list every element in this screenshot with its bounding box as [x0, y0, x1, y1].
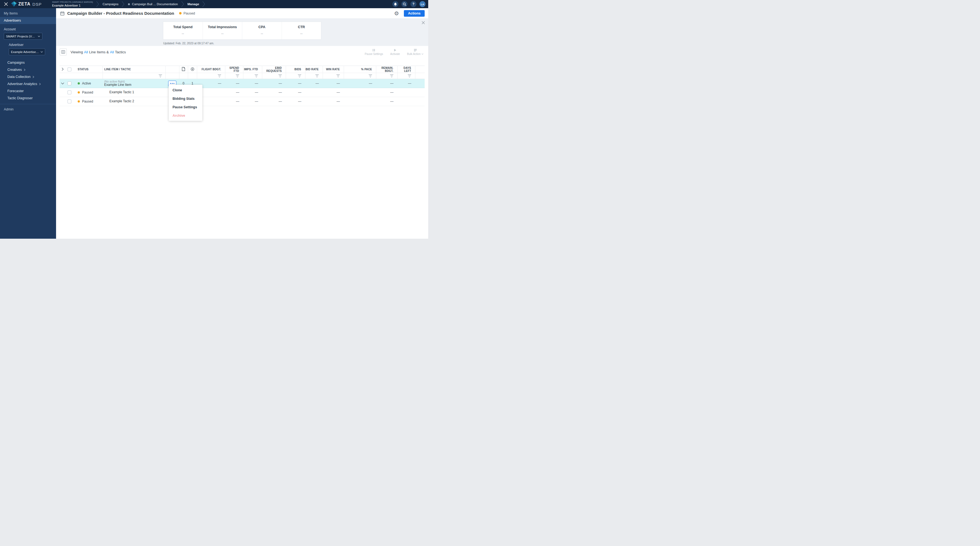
sidebar-item-data-collection[interactable]: Data Collection	[0, 73, 56, 80]
filter-days-left[interactable]	[397, 73, 415, 79]
cell-bid-rate: —	[305, 79, 323, 88]
account-select[interactable]: SMART Projects (Variable M...	[4, 33, 42, 40]
paused-status-dot-icon	[78, 91, 80, 94]
breadcrumb-manage[interactable]: Manage	[184, 2, 203, 6]
table-row-line-item[interactable]: Active (No active flight) Example Line I…	[60, 79, 425, 88]
collapse-row-button[interactable]	[61, 82, 64, 84]
sidebar-item-admin[interactable]: Admin	[0, 106, 56, 113]
help-button[interactable]: ?	[410, 1, 417, 7]
cell-bids: —	[286, 88, 305, 97]
filter-icon	[390, 74, 393, 77]
sidebar-item-creatives[interactable]: Creatives	[0, 66, 56, 73]
notifications-button[interactable]	[392, 1, 398, 7]
stats-close-button[interactable]	[422, 21, 425, 24]
table-row-tactic[interactable]: Paused Example Tactic 2 — — — — — —	[60, 97, 425, 106]
filter-spend-ftd[interactable]	[225, 73, 243, 79]
filter-all-line-items-link[interactable]: All	[84, 50, 88, 54]
column-header-imps-ftd[interactable]: IMPS. FTD	[243, 66, 262, 73]
column-header-line-item-tactic[interactable]: LINE ITEM / TACTIC	[103, 66, 165, 73]
viewing-summary: Viewing All Line Items & All Tactics	[70, 50, 126, 54]
table-row-tactic[interactable]: Paused Example Tactic 1 — — — — — —	[60, 88, 425, 97]
column-header-row-actions	[165, 66, 179, 73]
menu-item-archive[interactable]: Archive	[169, 111, 202, 120]
tactic-name[interactable]: Example Tactic 1	[104, 91, 165, 94]
filter-all-tactics-link[interactable]: All	[110, 50, 114, 54]
column-header-bids[interactable]: BIDS	[286, 66, 305, 73]
avatar[interactable]: LA	[420, 1, 425, 7]
column-header-spend-ftd[interactable]: SPEND FTD	[225, 66, 243, 73]
select-all-checkbox[interactable]	[68, 67, 72, 72]
line-item-name[interactable]: Example Line Item	[104, 83, 165, 87]
settings-gear-icon[interactable]: ⚙	[394, 11, 399, 16]
column-header-tactics[interactable]	[188, 66, 197, 73]
tactic-name[interactable]: Example Tactic 2	[104, 100, 165, 103]
row-checkbox[interactable]	[68, 100, 72, 103]
chevron-right-icon	[62, 67, 64, 71]
search-button[interactable]	[401, 1, 407, 7]
filter-pace[interactable]	[344, 73, 376, 79]
filter-line-item[interactable]	[103, 73, 165, 79]
sidebar-item-campaigns[interactable]: Campaigns	[0, 59, 56, 66]
column-header-bid-rate[interactable]: BID RATE	[305, 66, 323, 73]
menu-item-clone[interactable]: Clone	[169, 86, 202, 94]
column-header-days-left[interactable]: DAYS LEFT	[397, 66, 415, 73]
column-header-filler	[415, 66, 425, 73]
filter-imps-ftd[interactable]	[243, 73, 262, 79]
cell-pace	[344, 97, 376, 106]
cell-win-rate: —	[323, 79, 344, 88]
column-header-win-rate[interactable]: WIN RATE	[323, 66, 344, 73]
close-icon[interactable]	[3, 2, 9, 7]
breadcrumb-campaign[interactable]: Campaign Buil ... Documentation	[125, 2, 181, 6]
stat-ctr: CTR --	[282, 22, 321, 39]
column-header-remain-bdgt[interactable]: REMAIN. BDGT.	[376, 66, 397, 73]
menu-item-bidding-stats[interactable]: Bidding Stats	[169, 94, 202, 103]
cell-imps-ftd: —	[243, 97, 262, 106]
cell-bid-rate	[305, 97, 323, 106]
expand-all-header[interactable]	[60, 66, 65, 73]
filter-bids[interactable]	[286, 73, 305, 79]
filter-icon	[218, 74, 221, 77]
filter-ebid-requests[interactable]	[262, 73, 286, 79]
bulk-action-button[interactable]: Bulk Action	[407, 49, 423, 56]
main-content: Campaign Builder - Product Readiness Doc…	[56, 8, 428, 239]
row-status-label: Active	[82, 81, 91, 85]
column-header-flight-bdgt[interactable]: FLIGHT BDGT.	[197, 66, 225, 73]
column-header-pace[interactable]: % PACE	[344, 66, 376, 73]
pause-settings-button[interactable]: Pause Settings	[365, 49, 383, 56]
cell-spend-ftd: —	[225, 88, 243, 97]
column-header-creatives[interactable]	[179, 66, 188, 73]
breadcrumb-advertiser[interactable]: SMART PROJECTS (VARIABLE MARGIN) Example…	[49, 1, 96, 7]
advertiser-select[interactable]: Example Advertiser 1	[9, 48, 45, 55]
pause-icon	[372, 49, 375, 52]
columns-toggle-button[interactable]	[60, 48, 67, 56]
search-icon	[403, 2, 406, 6]
sidebar-item-advertisers[interactable]: Advertisers	[0, 17, 56, 24]
topbar: ZETA DSP SMART PROJECTS (VARIABLE MARGIN…	[0, 0, 428, 8]
breadcrumb-separator-icon	[96, 0, 99, 8]
updated-timestamp: Updated: Feb. 22, 2023 at 09:17:47 am.	[163, 41, 214, 45]
breadcrumb-campaigns[interactable]: Campaigns	[99, 2, 122, 6]
sidebar-item-my-items[interactable]: My Items	[0, 10, 56, 17]
column-header-ebid-requests[interactable]: EBID REQUESTS	[262, 66, 286, 73]
menu-item-pause-settings[interactable]: Pause Settings	[169, 103, 202, 111]
zeta-dsp-logo[interactable]: ZETA DSP	[11, 2, 41, 7]
actions-button[interactable]: Actions	[404, 10, 425, 17]
column-header-status[interactable]: STATUS	[73, 66, 103, 73]
grid-header-row: STATUS LINE ITEM / TACTIC FLIGHT BDGT. S…	[60, 66, 425, 73]
row-checkbox[interactable]	[68, 91, 72, 94]
filter-remain-bdgt[interactable]	[376, 73, 397, 79]
breadcrumb-separator-icon	[122, 0, 125, 8]
sidebar-item-advertiser-analytics[interactable]: Advertiser Analytics	[0, 80, 56, 88]
filter-win-rate[interactable]	[323, 73, 344, 79]
breadcrumb-advertiser-label: Example Advertiser 1	[52, 4, 80, 7]
sidebar-nav: Campaigns Creatives Data Collection Adve…	[0, 59, 56, 102]
breadcrumb-separator-icon	[181, 0, 184, 8]
sidebar-item-tactic-diagnoser[interactable]: Tactic Diagnoser	[0, 95, 56, 102]
activate-button[interactable]: Activate	[390, 49, 400, 56]
sidebar-item-forecaster[interactable]: Forecaster	[0, 88, 56, 95]
row-checkbox[interactable]	[68, 81, 72, 85]
chevron-right-icon	[24, 68, 25, 71]
filter-bid-rate[interactable]	[305, 73, 323, 79]
filter-flight-bdgt[interactable]	[197, 73, 225, 79]
bulk-toolbar-actions: Pause Settings Activate Bulk Action	[365, 49, 425, 56]
